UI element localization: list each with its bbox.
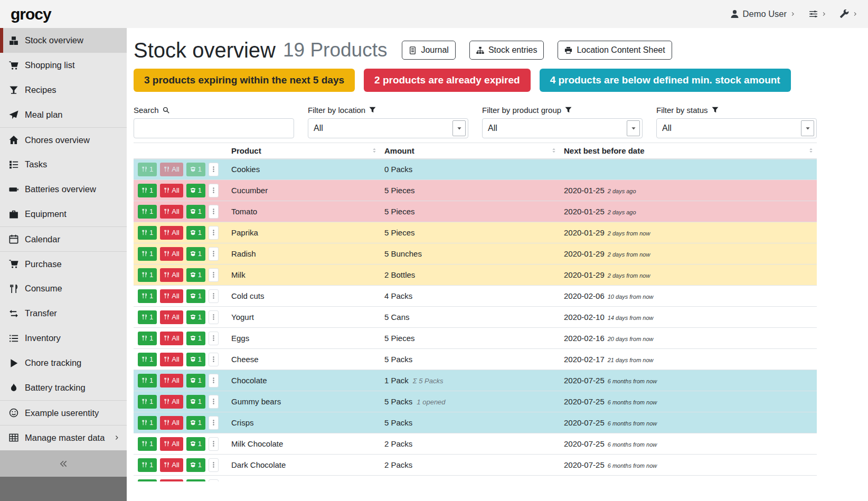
consume-one-button[interactable]: 1 <box>138 353 157 366</box>
sidebar-item-manage-master-data[interactable]: Manage master data <box>0 425 127 450</box>
open-one-button[interactable]: 1 <box>186 395 205 409</box>
consume-all-button[interactable]: All <box>160 205 183 219</box>
sidebar-item-calendar[interactable]: Calendar <box>0 226 127 251</box>
open-one-button[interactable]: 1 <box>186 310 205 324</box>
consume-one-button[interactable]: 1 <box>138 395 157 409</box>
admin-menu[interactable] <box>840 10 857 18</box>
consume-one-button[interactable]: 1 <box>138 437 157 451</box>
row-menu-button[interactable] <box>209 310 219 324</box>
sidebar-item-purchase[interactable]: Purchase <box>0 251 127 276</box>
consume-all-button[interactable]: All <box>160 479 183 481</box>
sidebar-item-example-userentity[interactable]: Example userentity <box>0 400 127 425</box>
open-one-button[interactable]: 1 <box>186 268 205 282</box>
sidebar-item-recipes[interactable]: Recipes <box>0 78 127 102</box>
sidebar-item-inventory[interactable]: Inventory <box>0 326 127 351</box>
consume-one-button[interactable]: 1 <box>138 416 157 430</box>
app-logo[interactable]: grocy <box>11 5 51 23</box>
settings-menu[interactable] <box>809 10 826 18</box>
consume-all-button[interactable]: All <box>160 268 183 282</box>
consume-all-button[interactable]: All <box>160 310 183 324</box>
consume-all-button[interactable]: All <box>160 416 183 430</box>
open-one-button[interactable]: 1 <box>186 247 205 261</box>
open-one-button[interactable]: 1 <box>186 479 205 481</box>
search-input[interactable] <box>134 118 294 138</box>
consume-one-button[interactable]: 1 <box>138 289 157 303</box>
row-menu-button[interactable] <box>209 374 219 387</box>
product-group-select[interactable]: All <box>482 118 643 138</box>
row-menu-button[interactable] <box>209 479 219 481</box>
row-menu-button[interactable] <box>209 332 219 345</box>
open-one-button[interactable]: 1 <box>186 163 205 176</box>
open-one-button[interactable]: 1 <box>186 437 205 451</box>
row-menu-button[interactable] <box>209 205 219 219</box>
consume-all-button[interactable]: All <box>160 458 183 472</box>
sidebar-item-meal-plan[interactable]: Meal plan <box>0 102 127 127</box>
expired-alert[interactable]: 2 products are already expired <box>364 69 531 92</box>
sidebar-item-chore-tracking[interactable]: Chore tracking <box>0 351 127 375</box>
consume-all-button[interactable]: All <box>160 332 183 345</box>
sidebar-item-battery-tracking[interactable]: Battery tracking <box>0 375 127 400</box>
row-menu-button[interactable] <box>209 353 219 366</box>
consume-one-button[interactable]: 1 <box>138 163 157 176</box>
consume-one-button[interactable]: 1 <box>138 458 157 472</box>
consume-one-button[interactable]: 1 <box>138 310 157 324</box>
location-content-sheet-button[interactable]: Location Content Sheet <box>558 41 672 60</box>
consume-one-button[interactable]: 1 <box>138 205 157 219</box>
sidebar-item-batteries-overview[interactable]: Batteries overview <box>0 177 127 202</box>
consume-all-button[interactable]: All <box>160 374 183 387</box>
location-select[interactable]: All <box>308 118 468 138</box>
consume-all-button[interactable]: All <box>160 395 183 409</box>
below-min-stock-alert[interactable]: 4 products are below defined min. stock … <box>540 69 791 92</box>
consume-one-button[interactable]: 1 <box>138 374 157 387</box>
sidebar-item-tasks[interactable]: Tasks <box>0 152 127 177</box>
journal-button[interactable]: Journal <box>402 41 455 60</box>
consume-all-button[interactable]: All <box>160 289 183 303</box>
row-menu-button[interactable] <box>209 226 219 240</box>
sidebar-item-shopping-list[interactable]: Shopping list <box>0 53 127 78</box>
consume-one-button[interactable]: 1 <box>138 226 157 240</box>
sidebar-item-equipment[interactable]: Equipment <box>0 202 127 226</box>
open-one-button[interactable]: 1 <box>186 289 205 303</box>
consume-all-button[interactable]: All <box>160 353 183 366</box>
user-menu[interactable]: Demo User <box>730 9 795 19</box>
amount-column-header[interactable]: Amount <box>380 143 560 159</box>
sidebar-item-consume[interactable]: Consume <box>0 276 127 301</box>
consume-all-button[interactable]: All <box>160 184 183 197</box>
row-menu-button[interactable] <box>209 163 219 176</box>
sidebar-item-transfer[interactable]: Transfer <box>0 301 127 326</box>
open-one-button[interactable]: 1 <box>186 353 205 366</box>
consume-one-button[interactable]: 1 <box>138 332 157 345</box>
best-before-column-header[interactable]: Next best before date <box>560 143 817 159</box>
row-menu-button[interactable] <box>209 416 219 430</box>
row-menu-button[interactable] <box>209 184 219 197</box>
consume-all-button[interactable]: All <box>160 437 183 451</box>
stock-entries-button[interactable]: Stock entries <box>469 41 544 60</box>
consume-one-button[interactable]: 1 <box>138 184 157 197</box>
sidebar-item-chores-overview[interactable]: Chores overview <box>0 127 127 152</box>
consume-all-button[interactable]: All <box>160 247 183 261</box>
open-one-button[interactable]: 1 <box>186 416 205 430</box>
row-menu-button[interactable] <box>209 458 219 472</box>
consume-all-button[interactable]: All <box>160 226 183 240</box>
open-one-button[interactable]: 1 <box>186 458 205 472</box>
expiring-soon-alert[interactable]: 3 products expiring within the next 5 da… <box>134 69 355 92</box>
open-one-button[interactable]: 1 <box>186 374 205 387</box>
open-one-button[interactable]: 1 <box>186 332 205 345</box>
consume-one-button[interactable]: 1 <box>138 247 157 261</box>
sidebar-collapse-button[interactable] <box>0 450 127 477</box>
row-menu-button[interactable] <box>209 268 219 282</box>
open-one-button[interactable]: 1 <box>186 226 205 240</box>
consume-one-button[interactable]: 1 <box>138 268 157 282</box>
open-one-button[interactable]: 1 <box>186 184 205 197</box>
product-cell: Milk Chocolate <box>227 433 380 455</box>
row-menu-button[interactable] <box>209 289 219 303</box>
status-select[interactable]: All <box>656 118 817 138</box>
product-column-header[interactable]: Product <box>227 143 380 159</box>
consume-one-button[interactable]: 1 <box>138 479 157 481</box>
sidebar-item-stock-overview[interactable]: Stock overview <box>0 28 127 53</box>
consume-all-button[interactable]: All <box>160 163 183 176</box>
row-menu-button[interactable] <box>209 395 219 409</box>
row-menu-button[interactable] <box>209 247 219 261</box>
row-menu-button[interactable] <box>209 437 219 451</box>
open-one-button[interactable]: 1 <box>186 205 205 219</box>
